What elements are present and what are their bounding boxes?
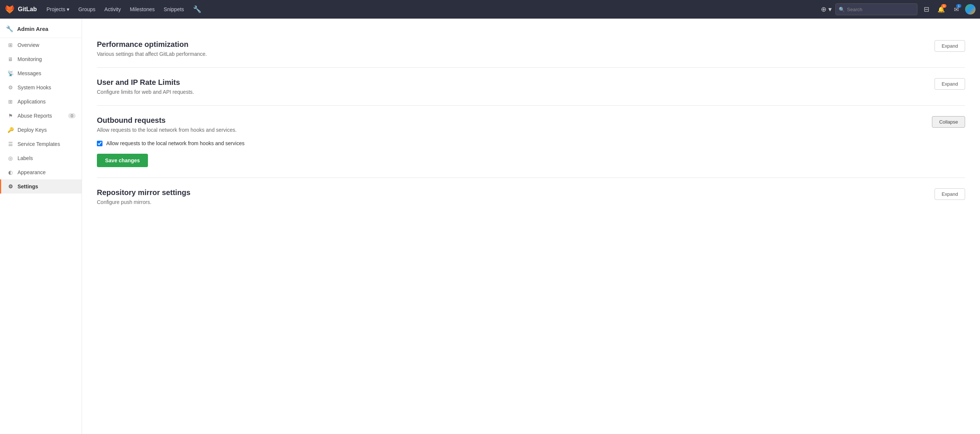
section-outbound-body: Allow requests to the local network from… bbox=[97, 140, 965, 167]
new-item-button[interactable]: ⊕ ▾ bbox=[821, 3, 832, 15]
sidebar-item-label-applications: Applications bbox=[18, 99, 46, 105]
topnav-right: ⊕ ▾ 🔍 ⊟ 🔔 1 ✉ 1 bbox=[821, 3, 975, 15]
outbound-collapse-button[interactable]: Collapse bbox=[932, 116, 965, 128]
section-performance: Performance optimization Various setting… bbox=[97, 30, 965, 68]
topnav-groups[interactable]: Groups bbox=[75, 4, 99, 14]
sidebar-header: 🔧 Admin Area bbox=[0, 19, 82, 38]
service-templates-icon: ☰ bbox=[7, 141, 14, 147]
save-changes-button[interactable]: Save changes bbox=[97, 154, 148, 167]
sidebar-item-system-hooks[interactable]: ⚙ System Hooks bbox=[0, 81, 82, 95]
sidebar-item-label-settings: Settings bbox=[18, 184, 38, 190]
topnav-milestones[interactable]: Milestones bbox=[126, 4, 158, 14]
monitoring-icon: 🖥 bbox=[7, 56, 14, 62]
section-outbound: Outbound requests Allow requests to the … bbox=[97, 106, 965, 178]
sidebar-item-appearance[interactable]: ◐ Appearance bbox=[0, 165, 82, 179]
mail-button[interactable]: ✉ 1 bbox=[950, 3, 962, 15]
sidebar-item-label-monitoring: Monitoring bbox=[18, 56, 42, 62]
page-layout: 🔧 Admin Area ⊞ Overview 🖥 Monitoring 📡 M… bbox=[0, 19, 980, 434]
abuse-reports-icon: ⚑ bbox=[7, 113, 14, 119]
notifications-badge: 1 bbox=[941, 4, 947, 8]
mirror-expand-button[interactable]: Expand bbox=[935, 188, 965, 200]
outbound-checkbox-row: Allow requests to the local network from… bbox=[97, 140, 965, 146]
sidebar-item-label-service-templates: Service Templates bbox=[18, 141, 60, 147]
abuse-reports-badge: 0 bbox=[68, 113, 76, 118]
sidebar-item-labels[interactable]: ◎ Labels bbox=[0, 151, 82, 165]
section-outbound-title: Outbound requests bbox=[97, 116, 237, 125]
section-mirror: Repository mirror settings Configure pus… bbox=[97, 178, 965, 215]
sidebar-item-applications[interactable]: ⊞ Applications bbox=[0, 95, 82, 109]
topnav-links: Projects ▾ Groups Activity Milestones Sn… bbox=[43, 3, 205, 16]
labels-icon: ◎ bbox=[7, 155, 14, 161]
section-performance-header: Performance optimization Various setting… bbox=[97, 40, 965, 57]
messages-icon: 📡 bbox=[7, 70, 14, 76]
sidebar-item-abuse-reports[interactable]: ⚑ Abuse Reports 0 bbox=[0, 109, 82, 123]
section-rate-limits-desc: Configure limits for web and API request… bbox=[97, 89, 194, 95]
applications-icon: ⊞ bbox=[7, 99, 14, 105]
sidebar-item-messages[interactable]: 📡 Messages bbox=[0, 66, 82, 81]
notifications-button[interactable]: 🔔 1 bbox=[935, 3, 947, 15]
topnav-snippets[interactable]: Snippets bbox=[160, 4, 188, 14]
deploy-keys-icon: 🔑 bbox=[7, 127, 14, 133]
topnav-wrench[interactable]: 🔧 bbox=[189, 3, 205, 16]
sidebar-header-title: Admin Area bbox=[17, 26, 48, 32]
section-rate-limits: User and IP Rate Limits Configure limits… bbox=[97, 68, 965, 106]
section-rate-limits-title: User and IP Rate Limits bbox=[97, 78, 194, 87]
user-avatar[interactable] bbox=[965, 4, 975, 14]
top-navigation: GitLab Projects ▾ Groups Activity Milest… bbox=[0, 0, 980, 19]
mail-badge: 1 bbox=[956, 4, 961, 8]
sidebar-item-settings[interactable]: ⚙ Settings bbox=[0, 179, 82, 193]
search-icon: 🔍 bbox=[839, 7, 845, 12]
settings-icon: ⚙ bbox=[7, 184, 14, 190]
admin-area-icon: 🔧 bbox=[6, 25, 13, 32]
sidebar-item-label-messages: Messages bbox=[18, 70, 41, 76]
sidebar-item-monitoring[interactable]: 🖥 Monitoring bbox=[0, 52, 82, 66]
gitlab-logo-text: GitLab bbox=[18, 6, 37, 13]
section-performance-desc: Various settings that affect GitLab perf… bbox=[97, 51, 207, 57]
sidebar-item-label-system-hooks: System Hooks bbox=[18, 84, 51, 90]
section-outbound-desc: Allow requests to the local network from… bbox=[97, 127, 237, 133]
system-hooks-icon: ⚙ bbox=[7, 84, 14, 90]
sidebar-item-deploy-keys[interactable]: 🔑 Deploy Keys bbox=[0, 123, 82, 137]
rate-limits-expand-button[interactable]: Expand bbox=[935, 78, 965, 90]
appearance-icon: ◐ bbox=[7, 169, 14, 175]
sidebar-item-label-abuse-reports: Abuse Reports bbox=[18, 113, 52, 119]
sidebar-item-label-deploy-keys: Deploy Keys bbox=[18, 127, 47, 133]
sidebar-item-overview[interactable]: ⊞ Overview bbox=[0, 38, 82, 52]
search-input[interactable] bbox=[847, 7, 914, 12]
main-content: Performance optimization Various setting… bbox=[82, 19, 980, 434]
sidebar: 🔧 Admin Area ⊞ Overview 🖥 Monitoring 📡 M… bbox=[0, 19, 82, 434]
section-mirror-desc: Configure push mirrors. bbox=[97, 199, 191, 205]
section-mirror-header: Repository mirror settings Configure pus… bbox=[97, 188, 965, 205]
sidebar-item-label-appearance: Appearance bbox=[18, 169, 46, 175]
sidebar-item-label-labels: Labels bbox=[18, 155, 33, 161]
sidebar-item-label-overview: Overview bbox=[18, 42, 39, 48]
search-box[interactable]: 🔍 bbox=[835, 3, 917, 15]
outbound-checkbox[interactable] bbox=[97, 141, 102, 146]
section-outbound-header: Outbound requests Allow requests to the … bbox=[97, 116, 965, 133]
section-rate-limits-header: User and IP Rate Limits Configure limits… bbox=[97, 78, 965, 95]
outbound-checkbox-label: Allow requests to the local network from… bbox=[106, 140, 245, 146]
section-mirror-title: Repository mirror settings bbox=[97, 188, 191, 197]
sidebar-item-service-templates[interactable]: ☰ Service Templates bbox=[0, 137, 82, 151]
topnav-activity[interactable]: Activity bbox=[100, 4, 124, 14]
gitlab-logo[interactable]: GitLab bbox=[5, 4, 37, 14]
section-performance-title: Performance optimization bbox=[97, 40, 207, 49]
overview-icon: ⊞ bbox=[7, 42, 14, 48]
topnav-projects[interactable]: Projects ▾ bbox=[43, 4, 73, 14]
sidebar-toggle-button[interactable]: ⊟ bbox=[920, 3, 932, 15]
performance-expand-button[interactable]: Expand bbox=[935, 40, 965, 52]
gitlab-logo-icon bbox=[5, 4, 15, 14]
